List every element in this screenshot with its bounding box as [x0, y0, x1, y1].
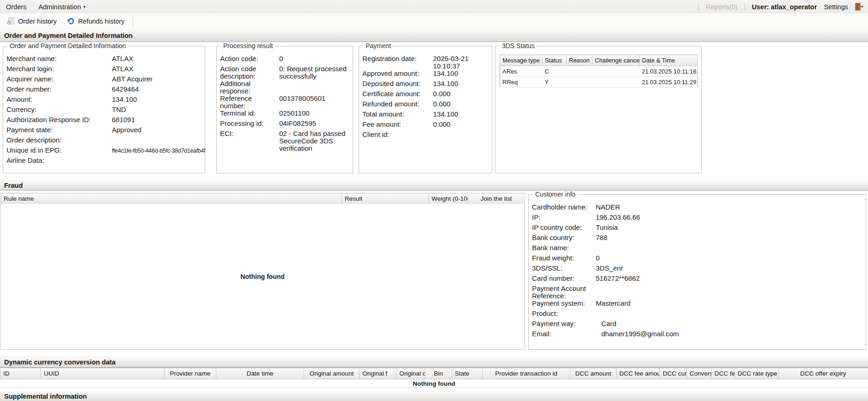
dcc-empty-state: Nothing found: [0, 379, 868, 388]
table-row: ARes C 21.03.2025 10:11:16: [500, 66, 698, 77]
separator: [745, 3, 745, 11]
field-label: Currency:: [6, 106, 112, 113]
refunds-history-label: Refunds history: [78, 18, 125, 25]
column-header: Conversi: [687, 368, 712, 379]
column-header: Date time: [216, 368, 304, 379]
threeds-status-panel: 3DS Status Message type Status Reason Ch…: [495, 46, 702, 173]
column-header: DCC curr: [660, 368, 687, 379]
field-label: Payment state:: [6, 126, 112, 134]
cell: Y: [543, 77, 567, 87]
menu-administration-label: Administration: [38, 3, 81, 11]
field-value: 134.100: [112, 96, 201, 103]
toolbar: Order history Refunds history: [0, 13, 868, 29]
field-label: Approved amount:: [362, 70, 433, 77]
field-label: Merchant login:: [6, 65, 112, 73]
supplemental-section-header: Supplemental information: [0, 391, 868, 401]
field-value: ATLAX: [112, 65, 201, 73]
cell: 21.03.2025 10:11:29: [640, 77, 698, 87]
field-label: Airline Data:: [6, 157, 112, 164]
menu-settings[interactable]: Settings: [824, 3, 848, 11]
cell: [567, 66, 593, 77]
field-value: 0.000: [433, 121, 488, 128]
field-label: IP country code:: [532, 224, 596, 231]
field-value: Card: [596, 320, 862, 327]
field-label: Acquirer name:: [6, 75, 112, 83]
menu-orders[interactable]: Orders: [0, 3, 32, 11]
field-value: 0.000: [433, 90, 488, 98]
field-label: Client id:: [362, 131, 433, 138]
field-label: Fraud weight:: [532, 254, 596, 262]
cell: ARes: [500, 66, 543, 77]
field-label: Fee amount:: [362, 121, 433, 128]
column-header: DCC amount: [570, 368, 617, 379]
field-label: Email:: [532, 330, 596, 338]
field-value: 001378005601: [279, 95, 349, 102]
field-value: 6429464: [112, 86, 201, 93]
fraud-section-header: Fraud: [0, 180, 868, 191]
field-value: Mastercard: [596, 300, 862, 307]
field-value: 134.100: [433, 80, 488, 87]
field-label: Product:: [532, 310, 596, 317]
field-value: 0.000: [433, 100, 488, 108]
table-row: RReq Y 21.03.2025 10:11:29: [500, 77, 698, 87]
order-detail-screen: Orders Administration ▾ Reports(0) User:…: [0, 0, 868, 401]
fraud-table-header: Rule name Result Weight (0-100) Join the…: [0, 193, 525, 204]
field-value: TND: [112, 106, 201, 113]
column-header: Original f: [360, 368, 397, 379]
separator: [133, 16, 133, 26]
field-value: 02 - Card has passed SecureCode 3DS veri…: [279, 130, 349, 152]
column-header: State: [452, 368, 483, 379]
undo-arrow-icon: [67, 18, 75, 25]
field-value: 196.203.66.66: [596, 214, 862, 221]
logout-door-icon[interactable]: [855, 3, 863, 11]
field-value: Approved: [112, 126, 201, 134]
field-value: 788: [596, 234, 862, 241]
cell: 21.03.2025 10:11:16: [640, 66, 698, 77]
fraud-empty-text: Nothing found: [240, 273, 285, 280]
processing-result-legend: Processing result: [221, 42, 275, 49]
field-label: Refunded amount:: [362, 100, 433, 108]
page-title: Order and Payment Detailed Information: [0, 29, 868, 42]
page-title-text: Order and Payment Detailed Information: [4, 32, 133, 39]
field-label: IP:: [532, 214, 596, 221]
field-label: Additional response:: [220, 80, 279, 95]
field-label: Card number:: [532, 275, 596, 282]
field-label: Bank country:: [532, 234, 596, 241]
field-label: Payment Account Reference:: [532, 285, 587, 300]
menubar-right: Reports(0) User: atlax_operator Settings: [698, 3, 868, 11]
order-history-button[interactable]: Order history: [2, 15, 62, 27]
menu-reports: Reports(0): [706, 3, 738, 11]
column-header: Challenge cancel: [593, 55, 640, 66]
customer-info-panel: Customer info Cardholder name:NADER IP:1…: [528, 194, 866, 350]
field-label: Cardholder name:: [532, 204, 596, 211]
field-value: 0: Request processed successfully: [279, 65, 349, 80]
menubar: Orders Administration ▾ Reports(0) User:…: [0, 0, 868, 13]
dcc-section-title: Dynamic currency conversion data: [4, 358, 116, 366]
field-value: 134.100: [433, 70, 488, 77]
column-header: Weight (0-100): [428, 193, 468, 204]
field-value: dhamer1995@gmail.com: [596, 330, 862, 338]
fraud-section-title: Fraud: [4, 182, 23, 189]
field-label: Bank name:: [532, 244, 596, 252]
field-label: Amount:: [6, 96, 112, 103]
field-value: Tunisia: [596, 224, 862, 231]
customer-info-legend: Customer info: [533, 191, 578, 198]
field-label: Action code:: [220, 55, 279, 62]
field-label: Processing id:: [220, 120, 279, 127]
payment-panel: Payment Registration date:2025-03-21 10:…: [359, 46, 492, 173]
column-header: Original c: [397, 368, 425, 379]
column-header: DCC rate type: [735, 368, 778, 379]
cell: [567, 77, 593, 87]
threeds-status-legend: 3DS Status: [500, 42, 537, 49]
column-header: DCC offer expiry: [778, 368, 868, 379]
refunds-history-button[interactable]: Refunds history: [62, 15, 130, 27]
menu-administration[interactable]: Administration ▾: [32, 3, 92, 11]
dcc-empty-text: Nothing found: [413, 380, 455, 387]
cell: [593, 77, 640, 87]
chevron-down-icon: ▾: [83, 5, 86, 9]
separator: [698, 3, 699, 11]
field-value: 04IF082595: [279, 120, 349, 127]
field-value: 3DS_enr: [596, 265, 862, 272]
field-value: 516272**6862: [596, 275, 862, 282]
column-header: Original amount: [304, 368, 360, 379]
